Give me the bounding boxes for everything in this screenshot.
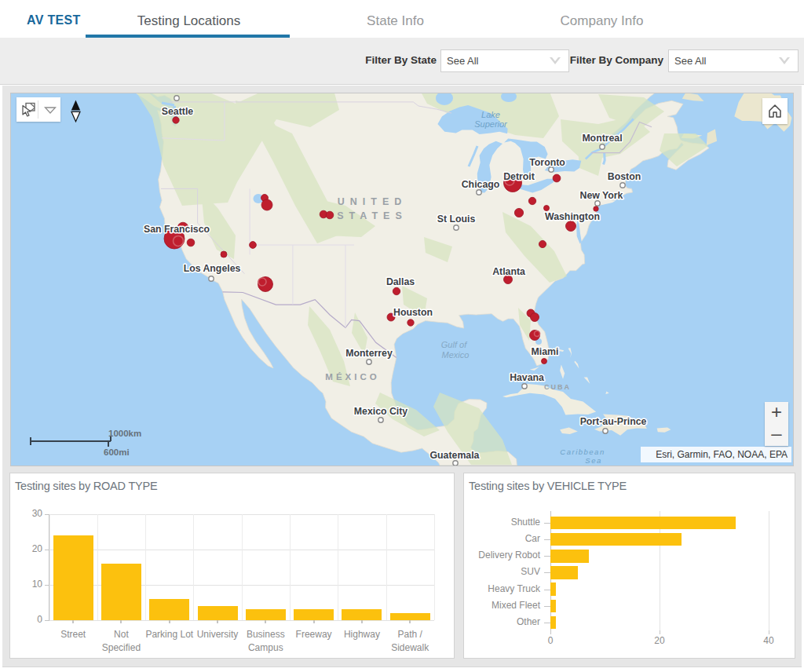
svg-text:Mexico: Mexico <box>442 350 470 360</box>
svg-text:Caribbean: Caribbean <box>560 447 605 456</box>
svg-text:Monterrey: Monterrey <box>345 348 393 359</box>
svg-text:CUBA: CUBA <box>544 383 571 391</box>
svg-text:Miami: Miami <box>532 346 559 357</box>
svg-text:Dallas: Dallas <box>386 276 415 287</box>
svg-text:UNITED: UNITED <box>338 196 407 207</box>
svg-text:Gulf of: Gulf of <box>441 340 467 349</box>
svg-text:600mi: 600mi <box>104 447 130 457</box>
svg-text:Guatemala: Guatemala <box>430 450 480 461</box>
svg-text:Los Angeles: Los Angeles <box>184 263 241 274</box>
svg-text:Atlanta: Atlanta <box>492 266 525 277</box>
svg-text:Toronto: Toronto <box>529 157 565 168</box>
svg-text:Montreal: Montreal <box>582 133 622 144</box>
svg-text:1000km: 1000km <box>108 429 141 438</box>
svg-text:Seattle: Seattle <box>162 106 193 117</box>
svg-text:Washington: Washington <box>545 211 600 222</box>
svg-text:Esri, Garmin, FAO, NOAA, EPA: Esri, Garmin, FAO, NOAA, EPA <box>656 449 788 460</box>
svg-text:Sea: Sea <box>585 456 601 465</box>
svg-text:MÉXICO: MÉXICO <box>325 372 379 382</box>
svg-text:Detroit: Detroit <box>503 171 535 182</box>
svg-text:Chicago: Chicago <box>462 179 500 190</box>
svg-text:Mexico City: Mexico City <box>354 406 407 417</box>
svg-text:STATES: STATES <box>337 210 407 221</box>
svg-text:Houston: Houston <box>393 307 433 318</box>
svg-text:San Francisco: San Francisco <box>144 224 210 235</box>
svg-text:Superior: Superior <box>474 119 508 129</box>
svg-text:Lake: Lake <box>481 110 500 119</box>
svg-text:Port-au-Prince: Port-au-Prince <box>580 416 647 427</box>
svg-text:Boston: Boston <box>608 171 641 182</box>
svg-text:New York: New York <box>580 190 623 201</box>
svg-text:St Louis: St Louis <box>437 214 476 225</box>
svg-text:Havana: Havana <box>510 372 544 383</box>
